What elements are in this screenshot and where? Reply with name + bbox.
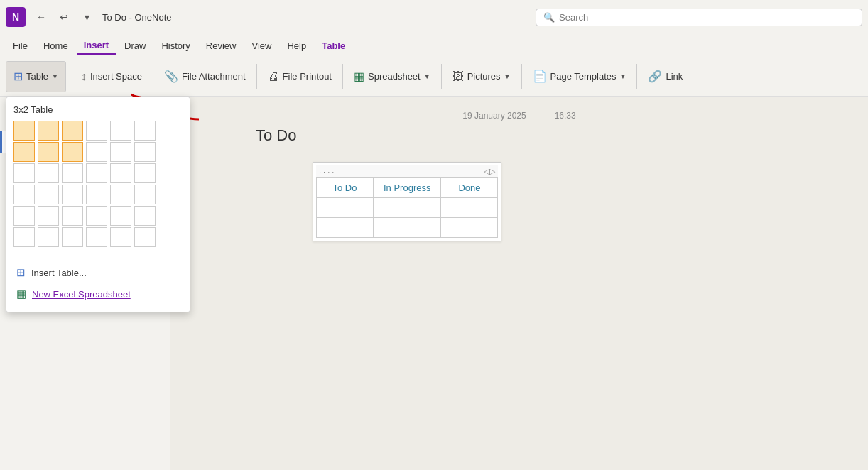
menu-history[interactable]: History <box>154 38 197 54</box>
grid-cell[interactable] <box>134 121 156 141</box>
link-label: Link <box>666 71 683 82</box>
menu-help[interactable]: Help <box>280 38 313 54</box>
grid-cell[interactable] <box>62 227 83 247</box>
new-excel-action[interactable]: ▦ New Excel Spreadsheet <box>13 283 183 305</box>
grid-cell[interactable] <box>110 121 131 141</box>
search-icon: 🔍 <box>543 12 555 23</box>
grid-cell[interactable] <box>13 121 35 141</box>
grid-cell[interactable] <box>110 227 131 247</box>
grid-cell[interactable] <box>134 227 156 247</box>
page-date: 19 January 2025 <box>462 111 526 121</box>
title-bar: N ← ↩ ▾ To Do - OneNote 🔍 <box>0 0 868 34</box>
table-button[interactable]: ⊞ Table ▼ <box>6 61 66 92</box>
ribbon-sep-1 <box>70 64 70 89</box>
grid-cell[interactable] <box>38 142 59 162</box>
file-attach-label: File Attachment <box>182 71 246 82</box>
menu-draw[interactable]: Draw <box>117 38 153 54</box>
spreadsheet-icon: ▦ <box>354 70 364 83</box>
link-button[interactable]: 🔗 Link <box>641 61 690 92</box>
grid-cell[interactable] <box>13 185 35 204</box>
table-label: Table <box>26 71 48 82</box>
col-inprogress[interactable]: In Progress <box>374 178 441 198</box>
ribbon-sep-2 <box>153 64 153 89</box>
grid-cell[interactable] <box>134 185 156 204</box>
menu-file[interactable]: File <box>6 38 35 54</box>
menu-insert[interactable]: Insert <box>77 37 116 55</box>
table-drag-handle[interactable]: · · · · ◁▷ <box>316 165 498 177</box>
back-button[interactable]: ← <box>31 7 51 27</box>
grid-cell[interactable] <box>13 227 35 247</box>
grid-cell[interactable] <box>110 206 131 226</box>
col-todo[interactable]: To Do <box>317 178 374 198</box>
page-templates-button[interactable]: 📄 Page Templates ▼ <box>526 61 634 92</box>
menu-review[interactable]: Review <box>199 38 244 54</box>
more-button[interactable]: ▾ <box>77 7 97 27</box>
onenote-logo: N <box>6 7 26 27</box>
file-printout-label: File Printout <box>283 71 332 82</box>
grid-cell[interactable] <box>13 142 35 162</box>
grid-cell[interactable] <box>86 227 107 247</box>
grid-cell[interactable] <box>134 206 156 226</box>
spreadsheet-dropdown-arrow: ▼ <box>424 73 430 80</box>
grid-cell[interactable] <box>38 121 59 141</box>
insert-table-action[interactable]: ⊞ Insert Table... <box>13 262 183 283</box>
page-title: To Do <box>256 126 296 145</box>
cell-1-3[interactable] <box>441 198 498 218</box>
table-icon: ⊞ <box>13 70 23 83</box>
col-done[interactable]: Done <box>441 178 498 198</box>
menu-table-tab[interactable]: Table <box>315 38 352 54</box>
spreadsheet-button[interactable]: ▦ Spreadsheet ▼ <box>347 61 438 92</box>
table-header-row: To Do In Progress Done <box>317 178 498 198</box>
pictures-button[interactable]: 🖼 Pictures ▼ <box>445 61 518 92</box>
grid-cell[interactable] <box>86 206 107 226</box>
file-printout-icon: 🖨 <box>268 70 279 83</box>
menu-home[interactable]: Home <box>36 38 75 54</box>
grid-cell[interactable] <box>38 185 59 204</box>
grid-cell[interactable] <box>13 163 35 183</box>
search-input[interactable] <box>559 12 855 23</box>
grid-cell[interactable] <box>38 163 59 183</box>
search-box[interactable]: 🔍 <box>536 9 862 26</box>
undo-button[interactable]: ↩ <box>54 7 74 27</box>
cell-2-3[interactable] <box>441 218 498 238</box>
grid-cell[interactable] <box>110 185 131 204</box>
grid-cell[interactable] <box>134 142 156 162</box>
grid-cell[interactable] <box>62 163 83 183</box>
grid-cell[interactable] <box>62 206 83 226</box>
grid-cell[interactable] <box>38 206 59 226</box>
grid-cell[interactable] <box>110 142 131 162</box>
grid-cell[interactable] <box>13 206 35 226</box>
insert-space-label: Insert Space <box>90 71 142 82</box>
link-icon: 🔗 <box>648 70 662 83</box>
grid-cell[interactable] <box>86 121 107 141</box>
ribbon-sep-6 <box>521 64 522 89</box>
cell-2-2[interactable] <box>374 218 441 238</box>
insert-table-label: Insert Table... <box>31 268 87 278</box>
file-printout-button[interactable]: 🖨 File Printout <box>261 61 339 92</box>
grid-cell[interactable] <box>62 142 83 162</box>
cell-2-1[interactable] <box>317 218 374 238</box>
grid-cell[interactable] <box>86 142 107 162</box>
grid-cell[interactable] <box>38 227 59 247</box>
page-time: 16:33 <box>555 111 576 121</box>
file-attach-button[interactable]: 📎 File Attachment <box>157 61 253 92</box>
grid-cell[interactable] <box>62 121 83 141</box>
grid-cell[interactable] <box>110 163 131 183</box>
ribbon-sep-7 <box>636 64 637 89</box>
table-grid-label: 3x2 Table <box>13 104 183 115</box>
insert-space-icon: ↕ <box>81 70 87 83</box>
grid-cell[interactable] <box>86 163 107 183</box>
menu-view[interactable]: View <box>244 38 278 54</box>
cell-1-1[interactable] <box>317 198 374 218</box>
new-excel-icon: ▦ <box>16 288 26 300</box>
pictures-dropdown-arrow: ▼ <box>504 73 511 80</box>
resize-handle[interactable]: ◁▷ <box>484 167 495 176</box>
table-grid[interactable] <box>13 121 183 247</box>
insert-space-button[interactable]: ↕ Insert Space <box>74 61 149 92</box>
grid-cell[interactable] <box>134 163 156 183</box>
grid-cell[interactable] <box>62 185 83 204</box>
cell-1-2[interactable] <box>374 198 441 218</box>
page-templates-label: Page Templates <box>550 71 617 82</box>
grid-cell[interactable] <box>86 185 107 204</box>
file-attach-icon: 📎 <box>164 70 178 83</box>
